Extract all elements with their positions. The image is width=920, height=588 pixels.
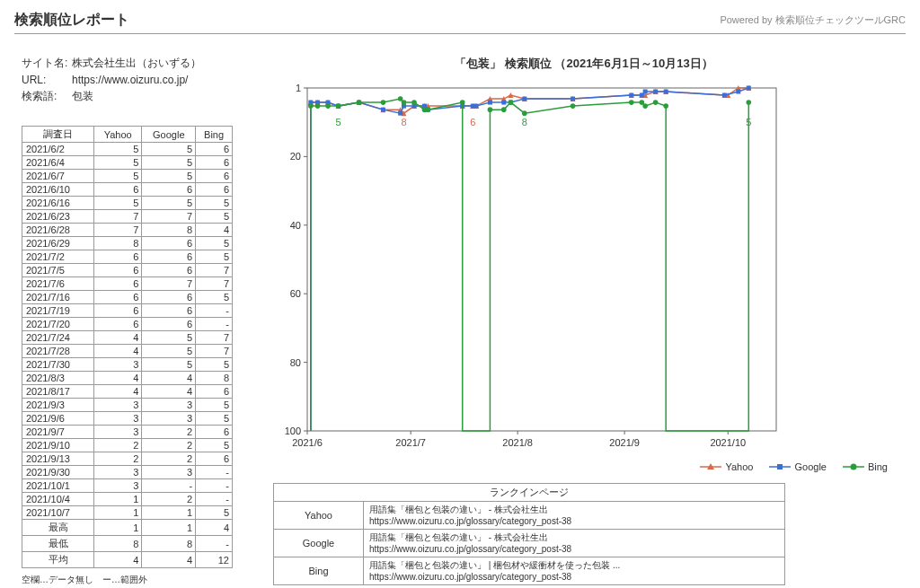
table-row: 2021/6/2556: [22, 143, 233, 156]
chart-legend: Yahoo Google Bing: [262, 461, 888, 472]
svg-text:20: 20: [290, 151, 301, 162]
legend-google-label: Google: [794, 461, 826, 472]
table-row: 2021/6/7556: [22, 170, 233, 183]
svg-rect-0: [307, 88, 776, 431]
svg-text:100: 100: [285, 426, 301, 436]
keyword-label: 検索語:: [22, 89, 72, 104]
svg-text:6: 6: [470, 117, 475, 127]
table-row: 2021/7/2066-: [22, 318, 233, 331]
table-row: 2021/6/23775: [22, 210, 233, 224]
col-header: Yahoo: [94, 127, 142, 143]
table-row: 2021/9/13226: [22, 452, 233, 466]
svg-point-111: [850, 464, 856, 470]
col-header: 調査日: [22, 127, 94, 143]
table-footnote: 空欄…データ無し ー…範囲外: [22, 574, 237, 586]
left-panel: サイト名: 株式会社生出（おいずる） URL: https://www.oizu…: [22, 56, 237, 586]
svg-point-92: [509, 100, 514, 105]
rank-in-page-row: Yahoo用語集「梱包と包装の違い」 - 株式会社生出https://www.o…: [274, 502, 785, 530]
svg-point-91: [501, 107, 507, 112]
rank-in-page-heading: ランクインページ: [274, 484, 785, 502]
svg-text:40: 40: [290, 220, 301, 231]
svg-point-93: [522, 110, 527, 116]
svg-text:5: 5: [335, 117, 341, 127]
rank-chart: 1204060801002021/62021/72021/82021/92021…: [273, 79, 785, 456]
svg-point-86: [411, 100, 417, 105]
svg-rect-72: [643, 90, 648, 94]
svg-point-90: [488, 107, 493, 112]
svg-point-98: [653, 100, 659, 105]
svg-rect-57: [398, 111, 402, 116]
table-row: 2021/7/6677: [22, 277, 233, 291]
svg-text:2021/6: 2021/6: [292, 437, 323, 448]
svg-point-80: [325, 103, 331, 109]
svg-point-89: [460, 100, 465, 105]
svg-point-95: [629, 100, 634, 105]
svg-point-97: [642, 103, 648, 109]
table-row: 2021/8/3448: [22, 372, 233, 385]
table-row: 2021/7/30355: [22, 358, 233, 372]
svg-rect-75: [722, 93, 727, 98]
svg-point-85: [402, 100, 407, 105]
rank-in-page-row: Google用語集「梱包と包装の違い」 - 株式会社生出https://www.…: [274, 530, 785, 557]
table-row: 2021/7/28457: [22, 345, 233, 358]
table-row: 2021/6/16555: [22, 197, 233, 210]
svg-rect-56: [381, 108, 385, 112]
table-row: 2021/6/28784: [22, 224, 233, 237]
svg-text:5: 5: [746, 117, 751, 127]
legend-yahoo: Yahoo: [700, 461, 753, 472]
table-row: 2021/6/10666: [22, 183, 233, 197]
circle-icon: [843, 462, 864, 471]
col-header: Google: [142, 127, 196, 143]
col-header: Bing: [196, 127, 233, 143]
rank-in-page-table: ランクインページ Yahoo用語集「梱包と包装の違い」 - 株式会社生出http…: [273, 483, 785, 585]
table-row: 2021/8/17446: [22, 385, 233, 399]
svg-point-99: [663, 103, 668, 109]
summary-row: 平均4412: [22, 552, 233, 568]
table-row: 2021/9/7326: [22, 426, 233, 439]
table-row: 2021/7/24457: [22, 331, 233, 345]
site-label: サイト名:: [22, 56, 72, 71]
svg-point-78: [308, 103, 314, 109]
legend-google: Google: [769, 461, 826, 472]
svg-text:80: 80: [290, 357, 301, 368]
table-row: 2021/7/1966-: [22, 304, 233, 318]
powered-by: Powered by 検索順位チェックツールGRC: [720, 13, 906, 27]
square-icon: [769, 462, 791, 471]
table-row: 2021/7/16665: [22, 291, 233, 304]
svg-point-88: [426, 107, 431, 112]
table-row: 2021/10/412-: [22, 493, 233, 506]
report-title: 検索順位レポート: [14, 11, 129, 30]
svg-rect-69: [571, 97, 575, 101]
svg-point-81: [336, 103, 341, 109]
svg-point-83: [381, 100, 386, 105]
svg-rect-64: [474, 104, 479, 109]
rank-in-page-row: Bing用語集「梱包と包装の違い」 | 梱包材や緩衝材を使った包装 ...htt…: [274, 557, 785, 585]
summary-row: 最高114: [22, 520, 233, 536]
url-value: https://www.oizuru.co.jp/: [72, 74, 188, 86]
table-row: 2021/9/3335: [22, 399, 233, 412]
svg-point-100: [746, 100, 751, 105]
table-row: 2021/7/5667: [22, 264, 233, 277]
table-row: 2021/9/3033-: [22, 466, 233, 479]
site-value: 株式会社生出（おいずる）: [72, 56, 201, 71]
keyword-value: 包装: [72, 89, 93, 104]
svg-rect-68: [522, 97, 526, 101]
svg-text:8: 8: [522, 117, 527, 127]
chart-title: 「包装」 検索順位 （2021年6月1日～10月13日）: [262, 56, 906, 72]
svg-rect-77: [747, 86, 751, 91]
rank-data-table: 調査日YahooGoogleBing 2021/6/25562021/6/455…: [22, 126, 233, 568]
svg-text:2021/8: 2021/8: [502, 437, 533, 448]
svg-rect-109: [777, 464, 783, 470]
svg-rect-73: [653, 90, 658, 94]
table-row: 2021/7/2665: [22, 250, 233, 264]
svg-text:2021/9: 2021/9: [609, 437, 640, 448]
svg-text:8: 8: [401, 117, 406, 127]
svg-rect-66: [501, 101, 506, 105]
svg-text:60: 60: [290, 288, 301, 299]
svg-rect-70: [629, 93, 633, 98]
svg-point-94: [571, 103, 576, 109]
site-info: サイト名: 株式会社生出（おいずる） URL: https://www.oizu…: [22, 56, 237, 104]
svg-rect-74: [664, 90, 668, 94]
svg-point-82: [357, 100, 362, 105]
svg-text:1: 1: [296, 83, 301, 93]
